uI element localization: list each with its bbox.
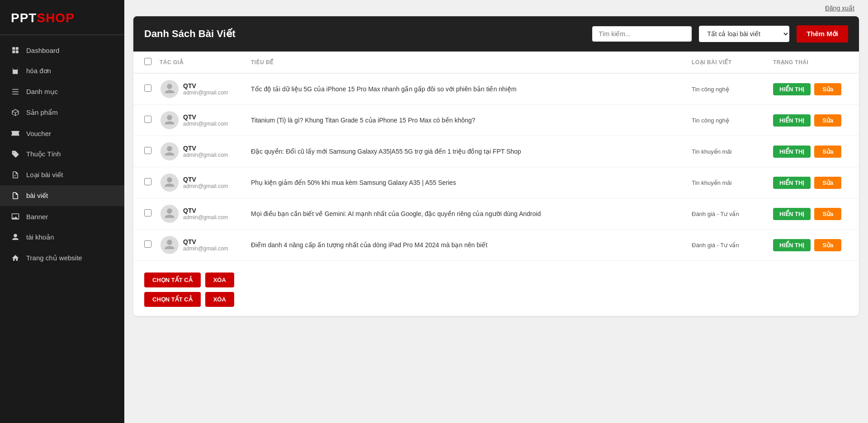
row-type-cell: Tin khuyến mãi — [687, 167, 769, 198]
post-title: Phụ kiện giảm đến 50% khi mua kèm Samsun… — [251, 179, 456, 186]
status-show-button[interactable]: HIỂN THỊ — [773, 208, 811, 220]
avatar — [160, 80, 179, 98]
svg-rect-1 — [12, 91, 19, 92]
sidebar-item-sanpham[interactable]: Sản phẩm — [0, 102, 124, 123]
row-checkbox-cell — [133, 105, 156, 136]
author-email: admin@gmail.com — [183, 183, 228, 189]
main-content: Đăng xuất Danh Sách Bài Viết Tất cả loại… — [124, 0, 868, 423]
status-show-button[interactable]: HIỂN THỊ — [773, 177, 811, 189]
col-type-header: LOẠI BÀI VIẾT — [687, 52, 769, 73]
box-icon — [11, 108, 20, 117]
author-info: QTV admin@gmail.com — [183, 207, 228, 221]
ticket-icon — [11, 129, 20, 138]
row-author-cell: QTV admin@gmail.com — [156, 167, 246, 198]
status-show-button[interactable]: HIỂN THỊ — [773, 114, 811, 127]
page-container: Danh Sách Bài Viết Tất cả loại bài viết … — [133, 16, 859, 316]
row-checkbox[interactable] — [144, 147, 151, 154]
author-email: admin@gmail.com — [183, 245, 228, 252]
delete-button[interactable]: XÓA — [205, 273, 234, 287]
author-name: QTV — [183, 238, 228, 245]
row-status-cell: HIỂN THỊ Sửa — [769, 167, 859, 198]
sidebar-label-baiviet: bài viết — [26, 192, 48, 200]
status-edit-button[interactable]: Sửa — [814, 208, 841, 220]
select-all-button-2[interactable]: CHỌN TẤT CẢ — [144, 292, 201, 307]
filter-select[interactable]: Tất cả loại bài viết Tin công nghệ Tin k… — [699, 26, 789, 42]
avatar — [160, 205, 179, 223]
sidebar-item-dashboard[interactable]: Dashboard — [0, 40, 124, 61]
post-type: Đánh giá - Tư vấn — [692, 242, 739, 249]
row-type-cell: Tin công nghệ — [687, 105, 769, 136]
author-info: QTV admin@gmail.com — [183, 238, 228, 252]
sidebar-item-hoadon[interactable]: hóa đơn — [0, 61, 124, 81]
row-checkbox[interactable] — [144, 85, 151, 92]
sidebar-item-taikhoan[interactable]: tài khoản — [0, 227, 124, 248]
row-status-cell: HIỂN THỊ Sửa — [769, 198, 859, 230]
col-status-header: TRẠNG THÁI — [769, 52, 859, 73]
status-show-button[interactable]: HIỂN THỊ — [773, 83, 811, 95]
status-show-button[interactable]: HIỂN THỊ — [773, 239, 811, 251]
row-checkbox[interactable] — [144, 178, 151, 185]
sidebar-item-loaibaiviet[interactable]: Loại bài viết — [0, 164, 124, 185]
delete-button-2[interactable]: XÓA — [205, 292, 234, 307]
author-email: admin@gmail.com — [183, 121, 228, 127]
col-checkbox — [133, 52, 156, 73]
author-info: QTV admin@gmail.com — [183, 176, 228, 189]
col-title-header: TIÊU ĐỀ — [246, 52, 687, 73]
top-bar: Đăng xuất — [124, 0, 868, 16]
status-show-button[interactable]: HIỂN THỊ — [773, 146, 811, 158]
post-type: Tin công nghệ — [692, 86, 729, 93]
avatar — [160, 142, 179, 160]
author-email: admin@gmail.com — [183, 152, 228, 158]
status-edit-button[interactable]: Sửa — [814, 83, 841, 95]
sidebar-item-voucher[interactable]: Voucher — [0, 123, 124, 144]
sidebar-item-danhmuc[interactable]: Danh mục — [0, 81, 124, 102]
row-type-cell: Đánh giá - Tư vấn — [687, 198, 769, 230]
sidebar-item-thuoctinh[interactable]: Thuộc Tính — [0, 144, 124, 164]
status-edit-button[interactable]: Sửa — [814, 177, 841, 189]
home-icon — [11, 254, 20, 263]
sidebar-label-taikhoan: tài khoản — [26, 233, 54, 241]
avatar — [160, 236, 179, 254]
row-status-cell: HIỂN THỊ Sửa — [769, 73, 859, 105]
file-icon — [11, 191, 20, 200]
sidebar-item-trangchu[interactable]: Trang chủ website — [0, 248, 124, 268]
posts-table: TÁC GIẢ TIÊU ĐỀ LOẠI BÀI VIẾT TRẠNG THÁI — [133, 52, 859, 261]
bottom-actions-duplicate: CHỌN TẤT CẢ XÓA — [133, 292, 859, 316]
author-name: QTV — [183, 176, 228, 183]
grid-icon — [11, 46, 20, 55]
status-edit-button[interactable]: Sửa — [814, 239, 841, 251]
status-edit-button[interactable]: Sửa — [814, 114, 841, 127]
row-checkbox[interactable] — [144, 116, 151, 123]
sidebar-item-banner[interactable]: Banner — [0, 206, 124, 227]
author-info: QTV admin@gmail.com — [183, 145, 228, 158]
sidebar-nav: Dashboard hóa đơn Danh mục Sản phẩm — [0, 35, 124, 423]
status-edit-button[interactable]: Sửa — [814, 146, 841, 158]
sidebar-label-sanpham: Sản phẩm — [26, 108, 58, 117]
author-info: QTV admin@gmail.com — [183, 82, 228, 96]
row-title-cell: Điểm danh 4 nâng cấp ấn tượng nhất của d… — [246, 230, 687, 261]
receipt-icon — [11, 66, 20, 75]
search-input[interactable] — [592, 26, 692, 42]
sidebar-label-banner: Banner — [26, 213, 48, 221]
row-checkbox[interactable] — [144, 209, 151, 216]
row-status-cell: HIỂN THỊ Sửa — [769, 230, 859, 261]
author-name: QTV — [183, 145, 228, 152]
sidebar-label-loaibaiviet: Loại bài viết — [26, 171, 63, 179]
logout-button[interactable]: Đăng xuất — [825, 5, 854, 12]
select-all-checkbox[interactable] — [144, 58, 151, 65]
row-checkbox-cell — [133, 136, 156, 167]
select-all-button[interactable]: CHỌN TẤT CẢ — [144, 273, 201, 287]
user-icon — [11, 233, 20, 242]
table-row: QTV admin@gmail.com Titanium (Ti) là gì?… — [133, 105, 859, 136]
table-row: QTV admin@gmail.com Tốc độ tải dữ liệu 5… — [133, 73, 859, 105]
row-checkbox[interactable] — [144, 240, 151, 248]
post-type: Đánh giá - Tư vấn — [692, 211, 739, 217]
row-status-cell: HIỂN THỊ Sửa — [769, 136, 859, 167]
table-row: QTV admin@gmail.com Mọi điều bạn cần biế… — [133, 198, 859, 230]
list-icon — [11, 87, 20, 96]
row-title-cell: Phụ kiện giảm đến 50% khi mua kèm Samsun… — [246, 167, 687, 198]
sidebar-item-baiviet[interactable]: bài viết — [0, 185, 124, 206]
add-new-button[interactable]: Thêm Mới — [797, 25, 848, 42]
row-checkbox-cell — [133, 73, 156, 105]
svg-rect-2 — [12, 94, 19, 95]
